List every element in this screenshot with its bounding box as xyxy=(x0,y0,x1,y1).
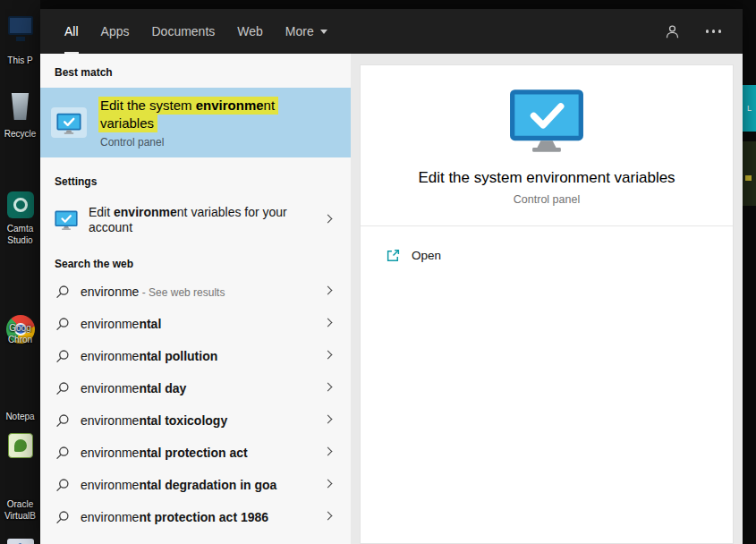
open-icon xyxy=(386,248,401,263)
highlight-marker: Edit the system environment xyxy=(98,97,278,115)
suggestion-completion: ntal xyxy=(139,317,161,331)
suggestion-typed: environme xyxy=(81,317,139,331)
tab-documents[interactable]: Documents xyxy=(151,9,215,54)
suggestion-text: environme - See web results xyxy=(81,285,225,299)
chevron-right-icon[interactable] xyxy=(324,286,333,295)
web-suggestions-list: environme - See web results environmenta… xyxy=(40,276,351,533)
suggestion-typed: environme xyxy=(81,478,139,492)
suggestion-note: - See web results xyxy=(139,286,225,299)
chevron-right-icon[interactable] xyxy=(324,215,333,224)
system-properties-icon xyxy=(55,210,78,231)
tab-web[interactable]: Web xyxy=(237,9,263,54)
title-match: environme xyxy=(196,98,264,113)
preview-subtitle: Control panel xyxy=(361,193,733,206)
chrome-label-line2: Chron xyxy=(0,335,40,344)
suggestion-completion: ntal day xyxy=(139,381,186,395)
best-match-title-line1: Edit the system environment xyxy=(98,97,278,115)
open-label: Open xyxy=(412,249,441,262)
search-window: All Apps Documents Web More Best match xyxy=(40,9,743,544)
tab-apps[interactable]: Apps xyxy=(101,9,130,54)
account-icon[interactable] xyxy=(664,23,681,40)
camtasia-label-line1: Camta xyxy=(0,224,40,234)
chevron-right-icon[interactable] xyxy=(324,480,333,489)
camtasia-label-line2: Studio xyxy=(0,235,40,245)
search-filter-bar: All Apps Documents Web More xyxy=(40,9,743,54)
virtualbox-label-line1: Oracle xyxy=(0,499,40,509)
topbar-actions xyxy=(664,9,722,54)
best-match-header: Best match xyxy=(55,66,351,79)
virtualbox-icon[interactable] xyxy=(7,539,34,544)
suggestion-typed: environme xyxy=(81,381,139,395)
ellipsis-menu-icon[interactable] xyxy=(706,22,722,40)
desktop-right-strip: L xyxy=(743,0,756,544)
chevron-right-icon[interactable] xyxy=(324,447,333,456)
settings-pre: Edit xyxy=(89,205,114,219)
search-icon xyxy=(55,285,70,299)
suggestion-completion: nt protection act 1986 xyxy=(139,510,268,524)
chevron-right-icon[interactable] xyxy=(324,383,333,392)
highlight-marker: variables xyxy=(98,115,157,132)
open-action[interactable]: Open xyxy=(386,248,441,263)
tab-all[interactable]: All xyxy=(64,9,79,54)
web-suggestion-row[interactable]: environmental toxicology xyxy=(40,404,351,437)
chevron-right-icon[interactable] xyxy=(324,351,333,360)
settings-result-env-variables-account[interactable]: Edit environment variables for your acco… xyxy=(40,197,351,243)
suggestion-typed: environme xyxy=(81,413,139,428)
best-match-title-line2: variables xyxy=(98,115,278,132)
web-suggestion-row[interactable]: environmental degradation in goa xyxy=(40,469,351,501)
suggestion-text: environment protection act 1986 xyxy=(81,510,268,524)
right-strip-teal-fragment: L xyxy=(743,85,756,132)
best-match-icon-plate xyxy=(51,107,87,138)
title-post: nt xyxy=(264,98,276,113)
search-icon xyxy=(55,381,70,395)
suggestion-typed: environme xyxy=(81,285,139,299)
web-suggestion-row[interactable]: environmental protection act xyxy=(40,437,351,469)
suggestion-text: environmental protection act xyxy=(81,446,248,460)
chevron-right-icon[interactable] xyxy=(324,415,333,424)
chevron-down-icon xyxy=(320,30,327,34)
recycle-bin-icon[interactable] xyxy=(10,93,31,120)
suggestion-completion: ntal degradation in goa xyxy=(139,478,276,492)
chevron-right-icon[interactable] xyxy=(324,319,333,327)
virtualbox-label-line2: VirtualB xyxy=(0,511,40,521)
web-suggestion-row[interactable]: environmental day xyxy=(40,372,351,404)
preview-panel: Edit the system environment variables Co… xyxy=(360,64,734,544)
preview-title: Edit the system environment variables xyxy=(361,169,733,187)
notepad-label: Notepa xyxy=(0,412,40,421)
chevron-right-icon[interactable] xyxy=(324,512,333,521)
suggestion-typed: environme xyxy=(81,510,139,524)
preview-divider xyxy=(361,225,733,226)
camtasia-icon[interactable] xyxy=(7,191,34,218)
search-icon xyxy=(55,413,70,428)
search-filter-tabs: All Apps Documents Web More xyxy=(64,9,327,54)
suggestion-text: environmental pollution xyxy=(81,349,217,363)
system-properties-icon xyxy=(56,113,81,135)
right-strip-yellow-fragment xyxy=(745,175,752,181)
suggestion-completion: ntal protection act xyxy=(139,446,247,460)
suggestion-text: environmental toxicology xyxy=(81,413,227,428)
best-match-result[interactable]: Edit the system environment variables Co… xyxy=(40,88,351,157)
recycle-bin-label: Recycle xyxy=(0,129,40,139)
best-match-subtitle: Control panel xyxy=(100,136,278,149)
search-icon xyxy=(55,446,70,460)
settings-result-text: Edit environment variables for your acco… xyxy=(89,205,296,235)
web-suggestion-row[interactable]: environmental xyxy=(40,308,351,340)
suggestion-text: environmental degradation in goa xyxy=(81,478,276,492)
desktop-left-strip: This P Recycle Camta Studio Goog Chron N… xyxy=(0,0,40,544)
web-suggestion-row[interactable]: environme - See web results xyxy=(40,276,351,308)
tab-more-label: More xyxy=(285,24,314,38)
title-pre: Edit the system xyxy=(100,98,196,113)
web-suggestion-row[interactable]: environmental pollution xyxy=(40,340,351,372)
results-panel: Best match Edit the system environment v… xyxy=(40,54,351,544)
notepad-icon[interactable] xyxy=(8,433,33,458)
suggestion-completion: ntal pollution xyxy=(139,349,217,363)
suggestion-text: environmental xyxy=(81,317,161,331)
this-pc-icon[interactable] xyxy=(8,16,33,35)
settings-header: Settings xyxy=(55,175,351,188)
web-suggestion-row[interactable]: environment protection act 1986 xyxy=(40,501,351,533)
search-icon xyxy=(55,478,70,492)
suggestion-completion: ntal toxicology xyxy=(139,413,227,428)
search-icon xyxy=(55,349,70,363)
tab-more[interactable]: More xyxy=(285,9,327,54)
suggestion-typed: environme xyxy=(81,446,139,460)
